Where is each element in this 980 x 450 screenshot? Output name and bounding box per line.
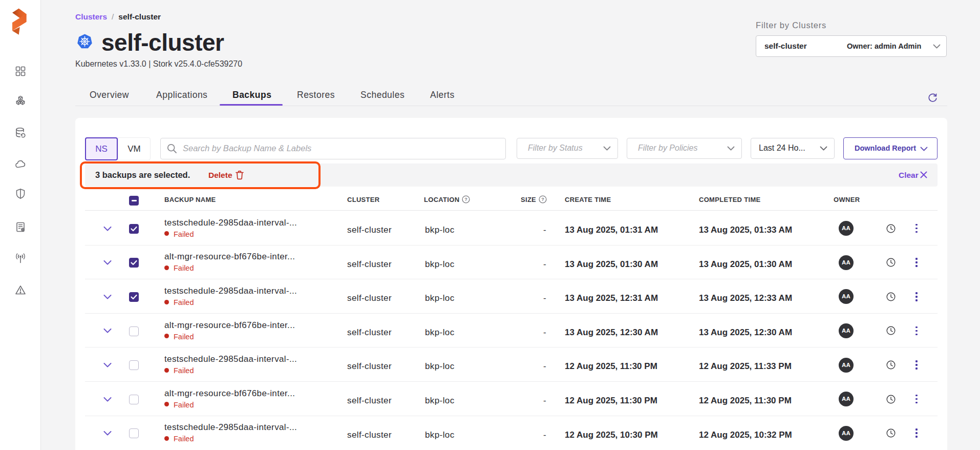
svg-text:?: ? (464, 197, 467, 202)
svg-text:?: ? (541, 197, 544, 202)
